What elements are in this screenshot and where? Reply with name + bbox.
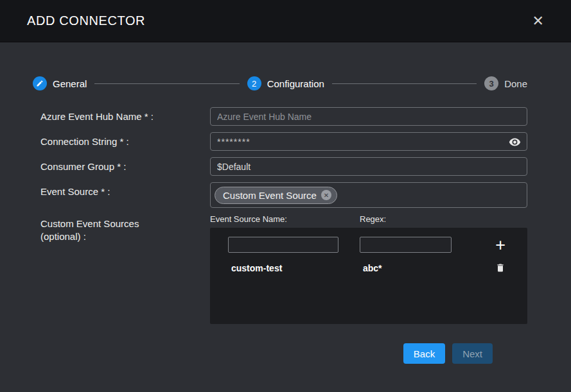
delete-row-trash-icon[interactable] [495, 262, 505, 273]
connection-string-label: Connection String * : [40, 132, 210, 151]
custom-source-name-value: custom-test [228, 263, 338, 273]
column-header-regex: Regex: [360, 214, 386, 224]
add-connector-dialog: ADD CONNECTOR ✕ General 2 Configuration … [0, 0, 571, 392]
back-button[interactable]: Back [403, 343, 445, 364]
dialog-title: ADD CONNECTOR [27, 13, 145, 28]
add-row-plus-icon[interactable]: + [495, 239, 505, 251]
connection-string-input[interactable] [210, 132, 527, 151]
form-row-consumer-group: Consumer Group * : [40, 157, 527, 176]
new-regex-input[interactable] [360, 237, 452, 253]
custom-source-regex-value: abc* [360, 263, 452, 273]
show-password-eye-icon[interactable] [508, 135, 521, 148]
chip-remove-icon[interactable]: ✕ [321, 190, 331, 200]
custom-event-sources-label: Custom Event Sources (optional) : [40, 214, 210, 324]
dialog-header: ADD CONNECTOR ✕ [0, 0, 571, 42]
step-configuration-label: Configuration [267, 78, 324, 89]
step-done: 3 Done [484, 76, 527, 90]
dialog-footer: Back Next [40, 330, 527, 364]
custom-sources-panel: + custom-test abc* [210, 228, 527, 324]
step-configuration[interactable]: 2 Configuration [247, 76, 324, 90]
stepper-connector-line [94, 83, 239, 84]
custom-sources-column-headers: Event Source Name: Regex: [210, 214, 527, 224]
event-source-label: Event Source * : [40, 182, 210, 208]
step-general-label: General [53, 78, 87, 89]
step-done-label: Done [504, 78, 527, 89]
custom-source-row: custom-test abc* [228, 262, 527, 273]
step-2-indicator[interactable]: 2 [247, 76, 261, 90]
close-icon[interactable]: ✕ [530, 13, 547, 30]
form-row-azure-event-hub-name: Azure Event Hub Name * : [40, 107, 527, 126]
consumer-group-label: Consumer Group * : [40, 157, 210, 176]
event-source-chip: Custom Event Source ✕ [215, 187, 337, 204]
step-general[interactable]: General [33, 76, 87, 90]
event-source-chip-label: Custom Event Source [223, 190, 317, 201]
stepper-connector-line [332, 83, 477, 84]
event-source-input[interactable]: Custom Event Source ✕ [210, 182, 527, 208]
next-button[interactable]: Next [452, 343, 493, 364]
azure-event-hub-name-input[interactable] [210, 107, 527, 126]
configuration-form: Azure Event Hub Name * : Connection Stri… [0, 107, 571, 364]
form-row-event-source: Event Source * : Custom Event Source ✕ [40, 182, 527, 208]
form-row-custom-event-sources: Custom Event Sources (optional) : Event … [40, 214, 527, 324]
form-row-connection-string: Connection String * : [40, 132, 527, 151]
step-3-indicator: 3 [484, 76, 498, 90]
edit-pencil-icon[interactable] [33, 76, 47, 90]
column-header-event-source-name: Event Source Name: [210, 214, 360, 224]
stepper: General 2 Configuration 3 Done [33, 76, 527, 90]
new-event-source-name-input[interactable] [228, 237, 338, 253]
azure-event-hub-name-label: Azure Event Hub Name * : [40, 107, 210, 126]
custom-source-new-row: + [228, 237, 527, 253]
consumer-group-input[interactable] [210, 157, 527, 176]
